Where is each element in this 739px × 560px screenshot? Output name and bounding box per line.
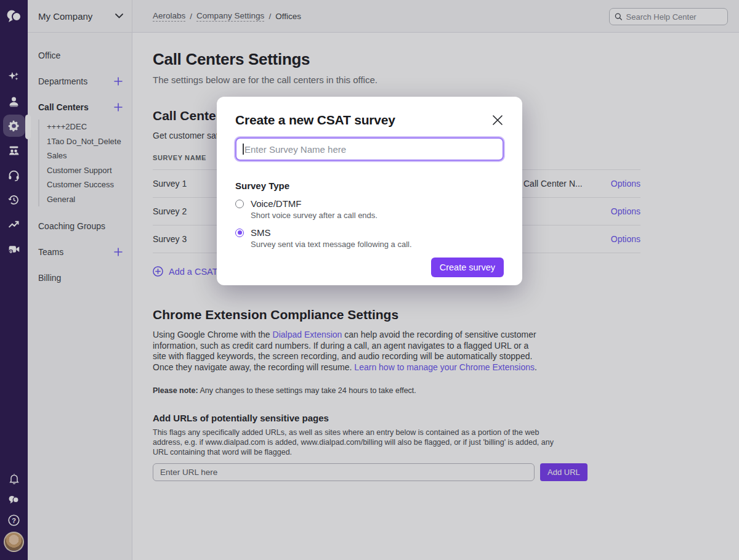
survey-type-label: Survey Type (235, 181, 504, 191)
survey-name-field-wrap (235, 137, 504, 161)
radio-voice-dtmf[interactable] (235, 200, 244, 208)
voice-dtmf-label: Voice/DTMF (251, 198, 302, 209)
sms-radio-row[interactable]: SMS (235, 227, 504, 238)
create-csat-survey-modal: Create a new CSAT survey Survey Type Voi… (217, 97, 522, 285)
survey-type-option-voice: Voice/DTMF Short voice survey after a ca… (235, 198, 504, 220)
create-survey-button[interactable]: Create survey (431, 258, 504, 277)
voice-dtmf-radio-row[interactable]: Voice/DTMF (235, 198, 504, 209)
voice-dtmf-description: Short voice survey after a call ends. (251, 211, 504, 220)
modal-title: Create a new CSAT survey (235, 113, 504, 128)
sms-description: Survey sent via text message following a… (251, 240, 504, 249)
radio-sms[interactable] (235, 229, 244, 237)
sms-label: SMS (251, 227, 271, 238)
close-icon[interactable] (492, 115, 503, 126)
modal-footer: Create survey (235, 249, 504, 277)
survey-name-input[interactable] (235, 137, 504, 161)
text-cursor (243, 144, 244, 155)
survey-type-option-sms: SMS Survey sent via text message followi… (235, 227, 504, 249)
